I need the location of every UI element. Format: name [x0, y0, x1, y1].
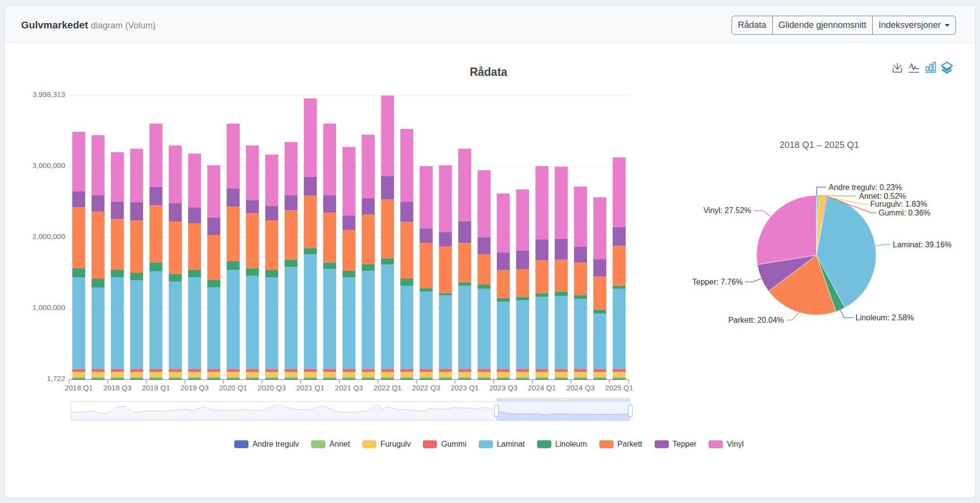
- svg-text:Laminat: 39.16%: Laminat: 39.16%: [893, 240, 952, 249]
- svg-text:2021 Q1: 2021 Q1: [296, 383, 325, 392]
- svg-text:2018 Q3: 2018 Q3: [103, 383, 132, 392]
- svg-text:2024 Q1: 2024 Q1: [528, 383, 556, 392]
- svg-text:2022 Q3: 2022 Q3: [412, 383, 441, 392]
- svg-text:2020 Q1: 2020 Q1: [219, 383, 247, 392]
- svg-text:2,000,000: 2,000,000: [32, 232, 65, 240]
- svg-text:2023 Q3: 2023 Q3: [489, 383, 517, 392]
- svg-text:2018 Q1 – 2025 Q1: 2018 Q1 – 2025 Q1: [780, 140, 859, 150]
- svg-text:Tepper: 7.76%: Tepper: 7.76%: [692, 278, 743, 286]
- svg-text:2023 Q1: 2023 Q1: [451, 383, 479, 392]
- svg-text:2024 Q3: 2024 Q3: [566, 383, 595, 392]
- svg-text:2021 Q3: 2021 Q3: [335, 383, 363, 392]
- svg-text:Furugulv: 1.83%: Furugulv: 1.83%: [870, 200, 928, 208]
- svg-text:Annet: 0.52%: Annet: 0.52%: [859, 192, 906, 200]
- svg-text:2019 Q1: 2019 Q1: [142, 383, 170, 392]
- svg-text:2022 Q1: 2022 Q1: [373, 383, 402, 392]
- svg-text:Linoleum: 2.58%: Linoleum: 2.58%: [856, 313, 914, 322]
- svg-text:2025 Q1: 2025 Q1: [605, 383, 634, 392]
- svg-text:Parkett: 20.04%: Parkett: 20.04%: [728, 316, 784, 324]
- svg-text:2018 Q1: 2018 Q1: [65, 383, 93, 392]
- svg-text:Andre tregulv: 0.23%: Andre tregulv: 0.23%: [829, 183, 902, 192]
- svg-text:1,722: 1,722: [47, 374, 65, 383]
- svg-text:3,000,000: 3,000,000: [32, 161, 65, 169]
- svg-text:Gummi: 0.36%: Gummi: 0.36%: [879, 209, 931, 217]
- svg-text:3,998,313: 3,998,313: [32, 90, 65, 98]
- svg-text:2019 Q3: 2019 Q3: [180, 383, 209, 392]
- svg-text:Vinyl: 27.52%: Vinyl: 27.52%: [703, 206, 751, 215]
- svg-text:1,000,000: 1,000,000: [32, 303, 65, 311]
- svg-text:Rådata: Rådata: [470, 66, 508, 78]
- svg-text:2020 Q3: 2020 Q3: [258, 383, 286, 392]
